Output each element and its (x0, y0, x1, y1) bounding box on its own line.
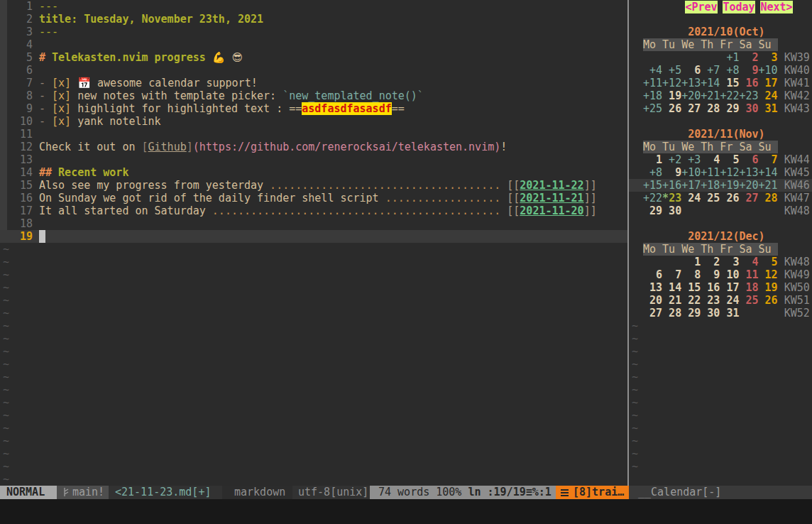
calendar-day[interactable]: +14 (759, 166, 778, 179)
editor-line[interactable]: 14## Recent work (0, 166, 627, 179)
calendar-day[interactable]: 22 (681, 294, 701, 307)
calendar-day[interactable]: 16 (739, 77, 758, 89)
calendar-day[interactable]: 30 (701, 307, 720, 320)
editor-line[interactable]: 1--- (0, 0, 627, 13)
calendar-day[interactable]: 26 (720, 192, 739, 204)
calendar-day[interactable]: 24 (681, 192, 701, 204)
calendar-day[interactable] (720, 204, 739, 217)
calendar-day[interactable]: 28 (662, 307, 681, 320)
calendar-day[interactable]: 26 (662, 102, 681, 115)
calendar-day[interactable]: 9 (662, 166, 681, 179)
calendar-day[interactable] (643, 256, 662, 268)
calendar-day[interactable]: +3 (681, 153, 701, 166)
calendar-day[interactable]: +13 (681, 77, 701, 89)
calendar-day[interactable]: 28 (701, 102, 720, 115)
calendar-day[interactable]: 10 (720, 268, 739, 281)
calendar-day[interactable]: +13 (739, 166, 758, 179)
editor-line[interactable]: 8- [x] new notes with template picker: `… (0, 89, 627, 102)
calendar-next-button[interactable]: Next> (760, 1, 793, 13)
calendar-day[interactable]: 16 (701, 281, 720, 294)
calendar-day[interactable]: 29 (681, 307, 701, 320)
calendar-day[interactable]: 25 (739, 294, 758, 307)
calendar-day[interactable]: +25 (643, 102, 662, 115)
calendar-day[interactable]: +21 (701, 89, 720, 102)
calendar-day[interactable] (662, 51, 681, 64)
calendar-day[interactable]: +8 (720, 64, 739, 77)
calendar-day[interactable] (759, 204, 778, 217)
calendar-day[interactable] (701, 51, 720, 64)
calendar-day[interactable]: 29 (643, 204, 662, 217)
calendar-day[interactable]: 13 (643, 281, 662, 294)
calendar-day[interactable]: 4 (701, 153, 720, 166)
calendar-day[interactable]: 15 (720, 77, 739, 89)
calendar-day[interactable]: 2 (701, 256, 720, 268)
calendar-day[interactable]: +15 (643, 179, 662, 192)
calendar-day[interactable]: 25 (701, 192, 720, 204)
editor-line[interactable]: 15Also see my progress from yesterday ..… (0, 179, 627, 192)
calendar-day[interactable]: 9 (701, 268, 720, 281)
calendar-day[interactable]: 11 (739, 268, 758, 281)
calendar-day[interactable]: 15 (681, 281, 701, 294)
calendar-day[interactable]: +7 (701, 64, 720, 77)
calendar-day[interactable]: +18 (643, 89, 662, 102)
calendar-day[interactable]: 27 (643, 307, 662, 320)
calendar-day[interactable]: 5 (759, 256, 778, 268)
editor-line[interactable]: 13 (0, 153, 627, 166)
editor-line[interactable]: 4 (0, 38, 627, 51)
calendar-day[interactable]: 7 (662, 268, 681, 281)
editor-line[interactable]: 5# Telekasten.nvim progress 💪 😎 (0, 51, 627, 64)
calendar-day[interactable]: +10 (681, 166, 701, 179)
calendar-day[interactable]: 4 (739, 256, 758, 268)
calendar-day[interactable]: 24 (720, 294, 739, 307)
editor-line[interactable]: 10- [x] yank notelink (0, 115, 627, 128)
calendar-day[interactable]: 30 (739, 102, 758, 115)
editor-line[interactable]: 11 (0, 128, 627, 141)
calendar-day[interactable]: *23 (662, 192, 681, 204)
calendar-day[interactable]: 24 (759, 89, 778, 102)
calendar-day[interactable]: 26 (759, 294, 778, 307)
calendar-day[interactable]: +14 (701, 77, 720, 89)
calendar-day[interactable]: +19 (720, 179, 739, 192)
calendar-day[interactable] (662, 256, 681, 268)
calendar-day[interactable]: +17 (681, 179, 701, 192)
calendar-day[interactable]: +20 (681, 89, 701, 102)
calendar-day[interactable] (739, 307, 758, 320)
calendar-day[interactable]: 5 (720, 153, 739, 166)
calendar-day[interactable]: 20 (643, 294, 662, 307)
calendar-day[interactable] (701, 204, 720, 217)
calendar-day[interactable]: 2 (739, 51, 758, 64)
editor-line[interactable]: 6 (0, 64, 627, 77)
calendar-day[interactable]: +21 (759, 179, 778, 192)
calendar-day[interactable]: 18 (739, 281, 758, 294)
calendar-day[interactable]: 8 (681, 268, 701, 281)
calendar-day[interactable]: +22 (643, 192, 662, 204)
calendar-day[interactable] (759, 307, 778, 320)
calendar-day[interactable]: 29 (720, 102, 739, 115)
calendar-day[interactable]: 3 (759, 51, 778, 64)
calendar-day[interactable]: 27 (739, 192, 758, 204)
calendar-day[interactable]: 23 (701, 294, 720, 307)
calendar-day[interactable]: +1 (720, 51, 739, 64)
calendar-day[interactable]: 21 (662, 294, 681, 307)
calendar-day[interactable] (643, 51, 662, 64)
calendar-day[interactable]: +11 (643, 77, 662, 89)
calendar-day[interactable] (739, 204, 758, 217)
calendar-day[interactable]: 6 (681, 64, 701, 77)
calendar-day[interactable]: +20 (739, 179, 758, 192)
calendar-day[interactable]: +8 (643, 166, 662, 179)
calendar-prev-button[interactable]: <Prev (685, 1, 718, 13)
calendar-day[interactable]: +12 (720, 166, 739, 179)
editor-line-current[interactable]: 19 (0, 230, 627, 243)
calendar-day[interactable]: +5 (662, 64, 681, 77)
editor-window[interactable]: 1---2title: Tuesday, November 23th, 2021… (0, 0, 627, 486)
calendar-day[interactable]: 19 (759, 281, 778, 294)
calendar-day[interactable]: +16 (662, 179, 681, 192)
calendar-day[interactable]: 6 (643, 268, 662, 281)
editor-line[interactable]: 3--- (0, 26, 627, 38)
calendar-day[interactable]: 12 (759, 268, 778, 281)
editor-line[interactable]: 9- [x] highlight for highlighted text : … (0, 102, 627, 115)
editor-line[interactable]: 7- [x] 📅 awesome calendar support! (0, 77, 627, 89)
editor-line[interactable]: 2title: Tuesday, November 23th, 2021 (0, 13, 627, 26)
editor-line[interactable]: 17It all started on Saturday ...........… (0, 204, 627, 217)
calendar-day[interactable]: 9 (739, 64, 758, 77)
